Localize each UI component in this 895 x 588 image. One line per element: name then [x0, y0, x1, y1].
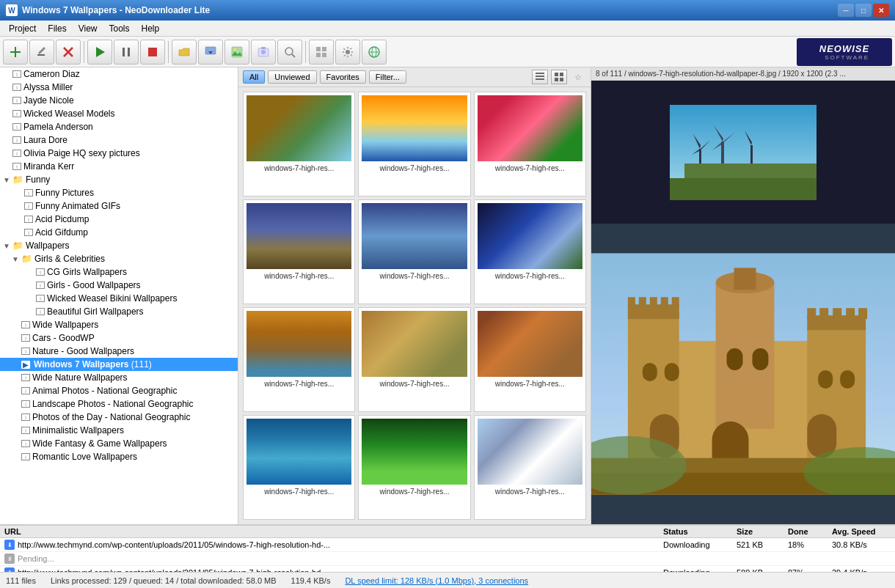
favorites-star-button[interactable]: ☆ [570, 70, 586, 84]
stop-button[interactable] [140, 40, 165, 65]
expand-icon [12, 427, 19, 435]
file-icon: i [12, 110, 21, 117]
sidebar-item-photos-of-day[interactable]: i Photos of the Day - National Geographi… [0, 411, 238, 424]
expand-icon [15, 229, 22, 237]
filter-custom-button[interactable]: Filter... [369, 70, 406, 84]
minimize-button[interactable]: ─ [838, 4, 854, 17]
menu-view[interactable]: View [73, 22, 103, 35]
dl-row-2[interactable]: ⬇ http://www.techmynd.com/wp-content/upl… [0, 566, 895, 572]
menu-help[interactable]: Help [136, 22, 166, 35]
filter-all-button[interactable]: All [243, 70, 265, 84]
expand-icon [3, 110, 10, 118]
file-icon: i [12, 123, 21, 131]
zoom-button[interactable] [277, 40, 302, 65]
maximize-button[interactable]: □ [855, 4, 872, 17]
file-icon: i [36, 268, 45, 276]
svg-rect-74 [752, 348, 768, 370]
settings-button[interactable] [335, 40, 360, 65]
sidebar-item-landscape-photos[interactable]: i Landscape Photos - National Geographic [0, 397, 238, 411]
sidebar-item-laura-dore[interactable]: i Laura Dore [0, 133, 238, 147]
edit-button[interactable] [29, 40, 54, 65]
thumbnail-item-8[interactable]: windows-7-high-res... [474, 307, 586, 412]
layout-button[interactable] [309, 40, 334, 65]
dl-row-1[interactable]: ⏸ Pending... [0, 552, 895, 566]
sidebar-item-wicked-weasel-models[interactable]: i Wicked Weasel Models [0, 107, 238, 120]
svg-rect-34 [560, 78, 563, 81]
sidebar-item-cameron-diaz[interactable]: i Cameron Diaz [0, 67, 238, 81]
delete-button[interactable] [56, 40, 81, 65]
status-dl-limit[interactable]: DL speed limit: 128 KB/s (1.0 Mbps), 3 c… [345, 576, 528, 585]
sidebar-item-nature-good[interactable]: i Nature - Good Wallpapers [0, 345, 238, 358]
sidebar-item-olivia-paige[interactable]: i Olivia Paige HQ sexy pictures [0, 147, 238, 160]
sidebar-item-girls-good[interactable]: i Girls - Good Wallpapers [0, 279, 238, 292]
menu-files[interactable]: Files [42, 22, 72, 35]
expand-icon: ▼ [3, 176, 10, 184]
view-list-button[interactable] [532, 70, 548, 84]
expand-icon [12, 374, 19, 382]
sidebar-item-wide-fantasy[interactable]: i Wide Fantasy & Game Wallpapers [0, 437, 238, 450]
sidebar-item-alyssa-miller[interactable]: i Alyssa Miller [0, 81, 238, 94]
pause-button[interactable] [114, 40, 139, 65]
sidebar-item-acid-picdump[interactable]: i Acid Picdump [0, 213, 238, 226]
photo-button[interactable] [251, 40, 276, 65]
preview-main-svg [591, 253, 895, 495]
open-button[interactable] [172, 40, 197, 65]
logo-text: NEOWISE [819, 43, 869, 54]
menu-project[interactable]: Project [3, 22, 42, 35]
sidebar-item-acid-gifdump[interactable]: i Acid Gifdump [0, 226, 238, 239]
file-icon: i [21, 334, 30, 342]
sidebar-item-windows7-wallpapers[interactable]: ▶ Windows 7 Wallpapers (111) [0, 358, 238, 371]
window-controls: ─ □ ✕ [838, 4, 889, 17]
sidebar-item-beautiful-girl[interactable]: i Beautiful Girl Wallpapers [0, 305, 238, 318]
sidebar-item-funny-pictures[interactable]: i Funny Pictures [0, 186, 238, 199]
thumbnail-item-1[interactable]: windows-7-high-res... [358, 92, 470, 196]
expand-icon [26, 308, 34, 316]
sidebar-item-miranda-kerr[interactable]: i Miranda Kerr [0, 160, 238, 173]
sidebar-item-wide-nature[interactable]: i Wide Nature Wallpapers [0, 371, 238, 384]
dl-header-status: Status [663, 527, 737, 536]
view-grid-button[interactable] [551, 70, 567, 84]
file-icon: i [21, 400, 30, 408]
expand-icon [15, 189, 22, 197]
close-button[interactable]: ✕ [873, 4, 889, 17]
thumbnail-item-10[interactable]: windows-7-high-res... [358, 415, 470, 520]
thumbnail-item-4[interactable]: windows-7-high-res... [358, 199, 470, 304]
sidebar-item-minimalistic[interactable]: i Minimalistic Wallpapers [0, 424, 238, 437]
thumbnail-item-0[interactable]: windows-7-high-res... [243, 92, 355, 196]
sidebar-item-cg-girls[interactable]: i CG Girls Wallpapers [0, 265, 238, 279]
svg-rect-72 [665, 363, 679, 381]
sidebar-item-funny-animated[interactable]: i Funny Animated GIFs [0, 199, 238, 213]
start-button[interactable] [87, 40, 112, 65]
sidebar-item-animal-photos[interactable]: i Animal Photos - National Geographic [0, 384, 238, 397]
download-button[interactable] [198, 40, 223, 65]
dl-status-0: Downloading [663, 540, 737, 549]
thumbnail-item-11[interactable]: windows-7-high-res... [474, 415, 586, 520]
preview-panel: 8 of 111 / windows-7-high-resolution-hd-… [591, 67, 895, 524]
menu-tools[interactable]: Tools [103, 22, 136, 35]
file-icon: i [21, 321, 30, 328]
sidebar-item-romantic-love[interactable]: i Romantic Love Wallpapers [0, 450, 238, 463]
thumbnail-item-3[interactable]: windows-7-high-res... [243, 199, 355, 304]
file-icon: i [36, 308, 45, 315]
image-view-button[interactable] [224, 40, 249, 65]
add-button[interactable] [3, 40, 28, 65]
dl-row-0[interactable]: ⬇ http://www.techmynd.com/wp-content/upl… [0, 538, 895, 552]
sidebar-item-pamela-anderson[interactable]: i Pamela Anderson [0, 120, 238, 133]
filter-unviewed-button[interactable]: Unviewed [268, 70, 316, 84]
thumbnail-item-7[interactable]: windows-7-high-res... [358, 307, 470, 412]
sidebar-item-cars-goodwp[interactable]: i Cars - GoodWP [0, 331, 238, 345]
sidebar-item-girls-celebrities[interactable]: ▼ 📁 Girls & Celebrities [0, 252, 238, 265]
web-button[interactable] [362, 40, 387, 65]
sidebar-item-wicked-weasel-bikini[interactable]: i Wicked Weasel Bikini Wallpapers [0, 292, 238, 305]
thumbnail-item-2[interactable]: windows-7-high-res... [474, 92, 586, 196]
sidebar-item-wallpapers[interactable]: ▼ 📁 Wallpapers [0, 239, 238, 252]
expand-icon [3, 84, 10, 92]
thumbnail-item-5[interactable]: windows-7-high-res... [474, 199, 586, 304]
thumbnail-item-9[interactable]: windows-7-high-res... [243, 415, 355, 520]
thumbnail-item-6[interactable]: windows-7-high-res... [243, 307, 355, 412]
sidebar-item-funny[interactable]: ▼ 📁 Funny [0, 173, 238, 186]
sidebar-item-wide-wallpapers[interactable]: i Wide Wallpapers [0, 318, 238, 331]
sidebar-item-jayde-nicole[interactable]: i Jayde Nicole [0, 94, 238, 107]
file-icon: i [12, 97, 21, 104]
filter-favorites-button[interactable]: Favorites [320, 70, 366, 84]
